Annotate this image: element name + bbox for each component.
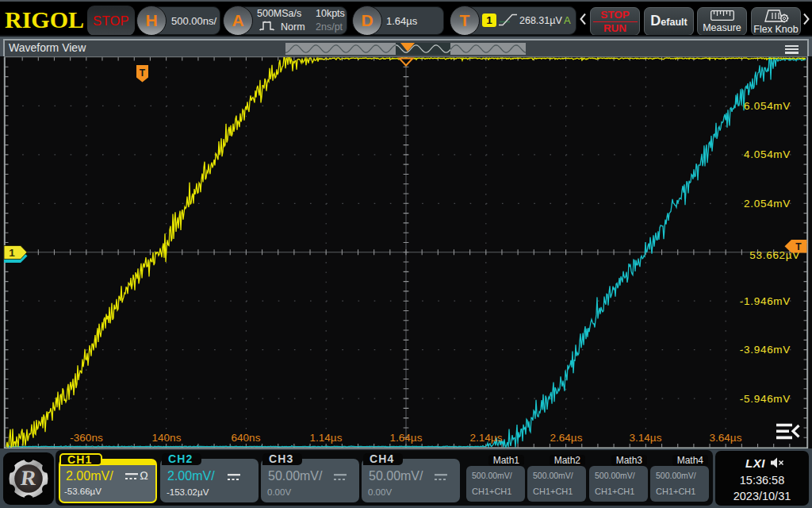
svg-text:2.14µs: 2.14µs bbox=[470, 432, 503, 444]
svg-text:-360ns: -360ns bbox=[70, 432, 103, 444]
svg-text:3.14µs: 3.14µs bbox=[630, 432, 662, 444]
svg-text:2.64µs: 2.64µs bbox=[550, 432, 583, 444]
svg-text:1.14µs: 1.14µs bbox=[310, 432, 343, 444]
svg-text:4.054mV: 4.054mV bbox=[744, 148, 791, 160]
svg-text:-1.946mV: -1.946mV bbox=[740, 295, 791, 307]
svg-text:6.054mV: 6.054mV bbox=[744, 100, 791, 112]
svg-text:-3.946mV: -3.946mV bbox=[740, 344, 791, 356]
svg-text:-5.946mV: -5.946mV bbox=[740, 393, 791, 405]
svg-text:3.64µs: 3.64µs bbox=[710, 432, 742, 444]
svg-text:T: T bbox=[140, 67, 146, 79]
svg-text:T: T bbox=[795, 241, 802, 252]
svg-text:1: 1 bbox=[9, 247, 15, 259]
svg-text:2.054mV: 2.054mV bbox=[744, 198, 791, 210]
svg-text:1.64µs: 1.64µs bbox=[390, 432, 423, 444]
svg-text:640ns: 640ns bbox=[232, 432, 261, 444]
svg-text:140ns: 140ns bbox=[152, 432, 182, 444]
